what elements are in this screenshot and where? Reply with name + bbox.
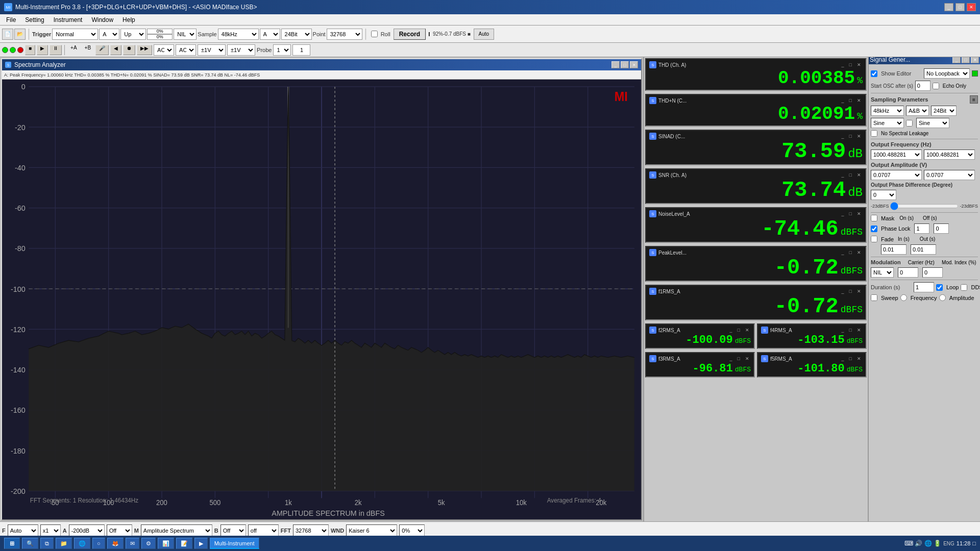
spectrum-maximize[interactable]: □ xyxy=(621,61,629,68)
ch-b-select[interactable]: A xyxy=(260,29,280,40)
close-button[interactable]: ✕ xyxy=(967,3,976,11)
spectrum-type-select[interactable]: Amplitude Spectrum xyxy=(141,524,212,537)
fade-out-input[interactable] xyxy=(911,244,936,255)
f2rms-maximize[interactable]: □ xyxy=(736,328,742,333)
value1-input[interactable] xyxy=(147,29,173,34)
amp1-select[interactable]: 0.0707 xyxy=(871,170,922,180)
peak-close[interactable]: ✕ xyxy=(855,250,863,255)
settings-task[interactable]: ⚙ xyxy=(141,538,156,549)
carrier-input[interactable] xyxy=(898,267,918,278)
thd-n-minimize[interactable]: _ xyxy=(840,98,846,103)
nil-select[interactable]: NIL xyxy=(174,29,197,40)
phase-select[interactable]: 0 xyxy=(871,190,896,200)
roll-checkbox[interactable] xyxy=(371,31,378,37)
f2rms-close[interactable]: ✕ xyxy=(744,328,751,333)
sampling-bits-select[interactable]: 24Bit xyxy=(931,106,957,116)
thd-a-minimize[interactable]: _ xyxy=(840,62,846,67)
noise-maximize[interactable]: □ xyxy=(848,211,853,216)
f3rms-maximize[interactable]: □ xyxy=(736,356,742,361)
wnd-select[interactable]: Kaiser 6 xyxy=(346,524,397,537)
freq-select[interactable]: 48kHz xyxy=(218,29,259,40)
menu-window[interactable]: Window xyxy=(87,15,117,24)
points-select[interactable]: 32768 xyxy=(327,29,362,40)
percent-select[interactable]: 0% xyxy=(399,524,425,537)
menu-help[interactable]: Help xyxy=(118,15,139,24)
value2-input[interactable] xyxy=(147,34,173,40)
amp2-select[interactable]: 0.0707 xyxy=(924,170,975,180)
new-button[interactable]: 📄 xyxy=(2,29,13,40)
auto-button[interactable]: Auto xyxy=(474,29,494,40)
f4rms-close[interactable]: ✕ xyxy=(855,328,863,333)
chrome-task[interactable]: ○ xyxy=(92,538,105,549)
no-spectral-checkbox[interactable] xyxy=(871,130,877,137)
thd-n-maximize[interactable]: □ xyxy=(848,98,853,103)
f1rms-close[interactable]: ✕ xyxy=(855,289,863,294)
f-auto-select[interactable]: Auto xyxy=(8,524,38,537)
f1rms-minimize[interactable]: _ xyxy=(840,289,846,294)
waveform-check[interactable] xyxy=(906,120,913,127)
toolbar2-btn2[interactable]: ▶ xyxy=(37,45,48,55)
echo-only-checkbox[interactable] xyxy=(933,83,939,89)
loopback-select[interactable]: No Loopback xyxy=(924,68,970,79)
start-button[interactable]: ⊞ xyxy=(4,538,20,549)
edge-task[interactable]: 🌐 xyxy=(74,538,90,549)
peak-maximize[interactable]: □ xyxy=(848,250,853,255)
minimize-button[interactable]: _ xyxy=(944,3,953,11)
sg-minimize[interactable]: _ xyxy=(952,57,961,63)
freq2-select[interactable]: 1000.488281 xyxy=(924,149,975,160)
sg-close[interactable]: ✕ xyxy=(971,57,979,63)
dds-checkbox[interactable] xyxy=(961,284,967,291)
on-val-input[interactable] xyxy=(914,223,929,234)
firefox-task[interactable]: 🦊 xyxy=(107,538,124,549)
fft-val-select[interactable]: 32768 xyxy=(293,524,329,537)
sampling-freq-select[interactable]: 48kHz xyxy=(871,106,904,116)
v2-select[interactable]: ±1V xyxy=(227,44,255,56)
snr-maximize[interactable]: □ xyxy=(848,172,853,178)
channel-select[interactable]: A xyxy=(99,29,119,40)
f1rms-maximize[interactable]: □ xyxy=(848,289,853,294)
sg-restore[interactable]: □ xyxy=(962,57,970,63)
bits-select[interactable]: 24Bit xyxy=(281,29,312,40)
db-slider[interactable] xyxy=(890,202,959,210)
nil-mod-select[interactable]: NIL xyxy=(871,267,894,278)
mode-select[interactable]: Normal xyxy=(52,29,98,40)
task-view[interactable]: ⧉ xyxy=(40,538,54,549)
sinad-minimize[interactable]: _ xyxy=(840,134,846,139)
db-select[interactable]: -200dB xyxy=(69,524,105,537)
sweep-checkbox[interactable] xyxy=(871,294,877,301)
record-button[interactable]: Record xyxy=(394,29,426,40)
f5rms-minimize[interactable]: _ xyxy=(840,356,846,361)
menu-instrument[interactable]: Instrument xyxy=(50,15,87,24)
x1-select[interactable]: x1 xyxy=(40,524,61,537)
thd-a-close[interactable]: ✕ xyxy=(855,62,863,67)
off1-select[interactable]: Off xyxy=(107,524,132,537)
fade-in-input[interactable] xyxy=(881,244,906,255)
f4rms-maximize[interactable]: □ xyxy=(848,328,853,333)
notification-btn[interactable]: □ xyxy=(972,540,976,546)
sampling-ch-select[interactable]: A&B xyxy=(906,106,929,116)
v1-select[interactable]: ±1V xyxy=(198,44,226,56)
probe-select[interactable]: 1 xyxy=(273,44,291,56)
peak-minimize[interactable]: _ xyxy=(840,250,846,255)
spectrum-plot[interactable]: 0 -20 -40 -60 -80 -100 -120 -140 -160 -1… xyxy=(2,80,641,519)
f5rms-maximize[interactable]: □ xyxy=(848,356,853,361)
thd-n-close[interactable]: ✕ xyxy=(855,98,863,103)
snr-close[interactable]: ✕ xyxy=(855,172,863,178)
loop-checkbox[interactable] xyxy=(936,284,943,291)
waveform1-select[interactable]: Sine xyxy=(871,118,904,128)
menu-setting[interactable]: Setting xyxy=(21,15,48,24)
open-button[interactable]: 📂 xyxy=(14,29,26,40)
show-editor-checkbox[interactable] xyxy=(871,70,877,77)
freq-radio[interactable] xyxy=(900,294,907,301)
f5rms-close[interactable]: ✕ xyxy=(855,356,863,361)
mic-btn[interactable]: 🎤 xyxy=(95,45,109,55)
toolbar2-btn3[interactable]: ⏸ xyxy=(50,45,62,55)
off2-select[interactable]: Off xyxy=(220,524,246,537)
spectrum-close[interactable]: ✕ xyxy=(630,61,638,68)
f3rms-close[interactable]: ✕ xyxy=(744,356,751,361)
snr-minimize[interactable]: _ xyxy=(840,172,846,178)
rec-btn[interactable]: ⏺ xyxy=(123,45,135,55)
ac2-select[interactable]: AC xyxy=(176,44,196,56)
ff-btn[interactable]: ▶▶ xyxy=(137,45,152,55)
sinad-maximize[interactable]: □ xyxy=(848,134,853,139)
